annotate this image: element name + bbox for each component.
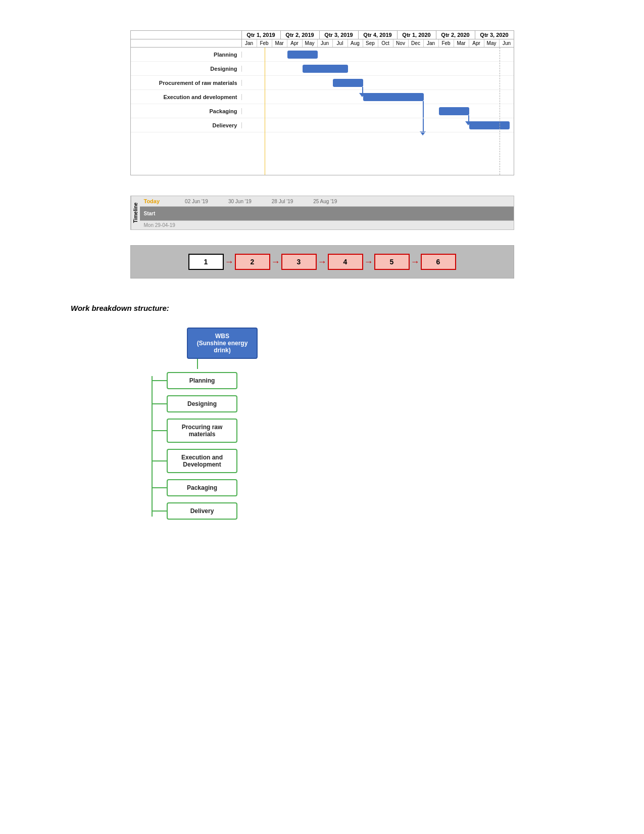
gantt-label-delivery: Delievery <box>131 122 242 128</box>
today-line <box>265 48 265 175</box>
gantt-row-execution: Execution and development <box>131 90 514 104</box>
timeline-content: Today 02 Jun '19 30 Jun '19 28 Jul '19 2… <box>140 196 514 229</box>
wbs-box-execution: Execution andDevelopment <box>167 449 237 473</box>
arrow-5: → <box>411 257 420 267</box>
wbs-item-procuring: Procuring rawmaterials <box>153 419 237 443</box>
gantt-chart: Qtr 1, 2019 Qtr 2, 2019 Qtr 3, 2019 Qtr … <box>130 30 514 175</box>
wbs-item-execution: Execution andDevelopment <box>153 449 237 473</box>
timeline-bar-row: Start <box>140 207 514 221</box>
gantt-cells-planning <box>242 48 514 62</box>
gantt-cells-designing <box>242 62 514 76</box>
gantt-body: Planning Designing Procurement of raw ma… <box>131 48 514 175</box>
gantt-row-procurement: Procurement of raw materials <box>131 76 514 90</box>
gantt-month-7: Aug <box>348 39 363 47</box>
wbs-hline-delivery <box>153 511 167 512</box>
num-box-4: 4 <box>328 254 363 270</box>
num-box-5: 5 <box>374 254 410 270</box>
gantt-months-row: Jan Feb Mar Apr May Jun Jul Aug Sep Oct … <box>131 39 514 48</box>
timeline-start-row: Mon 29-04-19 <box>140 221 514 229</box>
gantt-month-5: Jun <box>318 39 333 47</box>
timeline-side-label: Timeline <box>131 196 140 229</box>
num-box-2: 2 <box>235 254 270 270</box>
timeline-wrapper: Timeline Today 02 Jun '19 30 Jun '19 28 … <box>131 196 514 229</box>
wbs-hline-procuring <box>153 430 167 431</box>
wbs-root-vline <box>197 359 198 369</box>
gantt-qtr-5: Qtr 1, 2020 <box>398 31 436 39</box>
wbs-hline-packaging <box>153 487 167 488</box>
wbs-items-col: Planning Designing Procuring rawmaterial… <box>153 369 237 523</box>
gantt-month-8: Sep <box>363 39 378 47</box>
gantt-cells-delivery <box>242 118 514 132</box>
gantt-label-execution: Execution and development <box>131 94 242 100</box>
gantt-label-designing: Designing <box>131 66 242 72</box>
gantt-month-13: Feb <box>439 39 454 47</box>
dashed-line <box>500 48 500 175</box>
arrow-2: → <box>271 257 280 267</box>
wbs-root-label: WBS(Sunshine energydrink) <box>197 333 248 354</box>
gantt-cells-execution <box>242 90 514 104</box>
wbs-label-planning: Planning <box>189 377 215 384</box>
gantt-month-10: Nov <box>393 39 409 47</box>
timeline-date-4: 25 Aug '19 <box>313 199 337 204</box>
num-box-label-4: 4 <box>343 258 348 266</box>
wbs-hline-designing <box>153 403 167 404</box>
wbs-item-packaging: Packaging <box>153 479 237 496</box>
timeline-start-label-inline: Start <box>140 211 156 216</box>
gantt-label-packaging: Packaging <box>131 108 242 114</box>
wbs-label-execution: Execution andDevelopment <box>181 454 223 468</box>
wbs-tree: Planning Designing Procuring rawmaterial… <box>152 369 237 523</box>
wbs-label-delivery: Delivery <box>190 507 214 515</box>
timeline-date-2: 30 Jun '19 <box>228 199 252 204</box>
gantt-empty-row <box>131 132 514 147</box>
wbs-root-box: WBS(Sunshine energydrink) <box>187 328 258 359</box>
timeline-start-date: Mon 29-04-19 <box>144 222 175 228</box>
gantt-qtr-3: Qtr 3, 2019 <box>320 31 359 39</box>
gantt-bar-planning <box>287 51 318 59</box>
wbs-title: Work breakdown structure: <box>71 304 593 312</box>
numbered-boxes-section: 1 → 2 → 3 → 4 → 5 → 6 <box>130 245 514 279</box>
wbs-box-packaging: Packaging <box>167 479 237 496</box>
num-box-label-5: 5 <box>390 258 394 266</box>
gantt-month-9: Oct <box>378 39 393 47</box>
gantt-qtr-6: Qtr 2, 2020 <box>436 31 475 39</box>
gantt-qtr-4: Qtr 4, 2019 <box>359 31 398 39</box>
timeline-date-3: 28 Jul '19 <box>272 199 293 204</box>
num-box-label-6: 6 <box>436 258 440 266</box>
timeline-dates-row: Today 02 Jun '19 30 Jun '19 28 Jul '19 2… <box>140 196 514 207</box>
gantt-qtr-7: Qtr 3, 2020 <box>475 31 514 39</box>
wbs-diagram: WBS(Sunshine energydrink) Planning Desig… <box>152 328 593 523</box>
gantt-bar-delivery <box>469 121 510 129</box>
wbs-box-designing: Designing <box>167 395 237 412</box>
gantt-month-17: Jun <box>500 39 514 47</box>
wbs-box-procuring: Procuring rawmaterials <box>167 419 237 443</box>
gantt-row-delivery: Delievery <box>131 118 514 132</box>
wbs-item-designing: Designing <box>153 395 237 412</box>
gantt-label-procurement: Procurement of raw materials <box>131 80 242 86</box>
gantt-bar-packaging <box>439 107 469 115</box>
wbs-label-packaging: Packaging <box>187 484 217 491</box>
arrow-1: → <box>225 257 234 267</box>
gantt-empty-row2 <box>131 147 514 161</box>
num-box-label-3: 3 <box>297 258 301 266</box>
gantt-empty-row3 <box>131 161 514 175</box>
gantt-label-planning: Planning <box>131 52 242 58</box>
wbs-hline-execution <box>153 460 167 461</box>
gantt-quarter-row: Qtr 1, 2019 Qtr 2, 2019 Qtr 3, 2019 Qtr … <box>131 31 514 39</box>
gantt-month-2: Mar <box>272 39 287 47</box>
gantt-cells-procurement <box>242 76 514 90</box>
gantt-month-6: Jul <box>333 39 348 47</box>
gantt-cells-packaging <box>242 104 514 118</box>
gantt-bar-designing <box>303 65 348 73</box>
wbs-label-procuring: Procuring rawmaterials <box>182 424 223 438</box>
gantt-month-16: May <box>484 39 500 47</box>
gantt-qtr-2: Qtr 2, 2019 <box>281 31 320 39</box>
wbs-root-wrapper: WBS(Sunshine energydrink) <box>177 328 247 359</box>
gantt-month-3: Apr <box>287 39 303 47</box>
arrow-4: → <box>364 257 373 267</box>
gantt-month-14: Mar <box>454 39 469 47</box>
num-box-label-2: 2 <box>251 258 255 266</box>
wbs-item-planning: Planning <box>153 372 237 389</box>
wbs-hline-planning <box>153 380 167 381</box>
gantt-row-planning: Planning <box>131 48 514 62</box>
gantt-month-4: May <box>303 39 318 47</box>
